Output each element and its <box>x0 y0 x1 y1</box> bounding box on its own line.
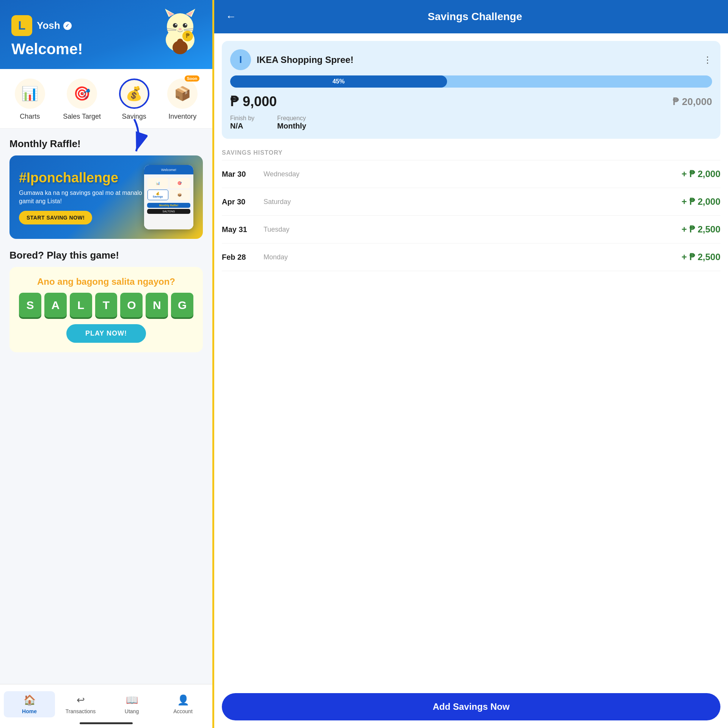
history-day-4: Monday <box>256 253 682 261</box>
savings-avatar: I <box>230 49 251 70</box>
raffle-section-title: Monthly Raffle! <box>9 138 203 150</box>
utang-label: Utang <box>125 708 139 714</box>
back-button[interactable]: ← <box>226 11 236 23</box>
progress-label: 45% <box>333 78 345 85</box>
history-amount-2: + ₱ 2,000 <box>682 196 720 207</box>
phone-mockup: Welcome! 📊 🎯 💰 Savings 📦 <box>144 165 193 229</box>
tile-g: G <box>171 293 193 317</box>
sales-target-icon-wrap: 🎯 <box>67 78 97 109</box>
app-logo: L <box>11 15 32 36</box>
game-section-title: Bored? Play this game! <box>9 249 203 261</box>
raffle-banner: #Iponchallenge Gumawa ka na ng savings g… <box>9 155 203 239</box>
finish-by-value: N/A <box>230 122 254 130</box>
bottom-nav-transactions[interactable]: ↩ Transactions <box>55 691 106 717</box>
history-section-title: SAVINGS HISTORY <box>222 146 720 160</box>
start-saving-button[interactable]: START SAVING NOW! <box>19 211 92 224</box>
raffle-desc: Gumawa ka na ng savings goal mo at manal… <box>19 189 144 206</box>
username-display: Yosh ✓ <box>37 20 72 31</box>
finish-by-label: Finish by <box>230 115 254 122</box>
verified-badge: ✓ <box>63 22 72 30</box>
history-amount-3: + ₱ 2,500 <box>682 224 720 235</box>
history-date-2: Apr 30 <box>222 198 256 206</box>
savings-history: SAVINGS HISTORY Mar 30 Wednesday + ₱ 2,0… <box>214 146 728 686</box>
history-amount-4: + ₱ 2,500 <box>682 252 720 262</box>
nav-sales-target[interactable]: 🎯 Sales Target <box>63 78 101 121</box>
savings-card: I IKEA Shopping Spree! ⋮ 45% ₱ 9,000 ₱ 2… <box>222 41 720 139</box>
svg-point-9 <box>185 24 187 25</box>
ipon-title: #Iponchallenge <box>19 170 144 186</box>
history-day-3: Tuesday <box>256 226 682 234</box>
history-row-1: Mar 30 Wednesday + ₱ 2,000 <box>222 160 720 188</box>
history-day-1: Wednesday <box>256 170 682 178</box>
tile-l: L <box>70 293 92 317</box>
inventory-label: Inventory <box>168 113 196 121</box>
soon-badge: Soon <box>185 75 200 82</box>
history-row-2: Apr 30 Saturday + ₱ 2,000 <box>222 188 720 216</box>
history-amount-1: + ₱ 2,000 <box>682 169 720 179</box>
savings-icon-wrap: 💰 <box>119 78 149 109</box>
svg-point-8 <box>175 24 177 25</box>
finish-by-item: Finish by N/A <box>230 115 254 130</box>
app-header: L Yosh ✓ Welcome! <box>0 0 212 69</box>
svg-point-10 <box>179 28 182 30</box>
game-question: Ano ang bagong salita ngayon? <box>19 276 193 287</box>
nav-savings[interactable]: 💰 Savings <box>119 78 149 121</box>
savings-card-header: I IKEA Shopping Spree! ⋮ <box>230 49 712 70</box>
play-now-button[interactable]: PLAY NOW! <box>66 324 146 343</box>
bottom-nav-utang[interactable]: 📖 Utang <box>106 691 157 717</box>
game-section: Ano ang bagong salita ngayon? S A L T O … <box>9 267 203 352</box>
bottom-nav-account[interactable]: 👤 Account <box>157 691 209 717</box>
svg-point-6 <box>173 23 177 28</box>
transactions-icon: ↩ <box>77 694 85 706</box>
tile-s: S <box>19 293 41 317</box>
home-label: Home <box>22 708 37 714</box>
history-day-2: Saturday <box>256 198 682 206</box>
svg-point-7 <box>183 23 187 28</box>
home-icon: 🏠 <box>24 694 36 706</box>
content-area: Monthly Raffle! #Iponchallenge Gumawa ka… <box>0 129 212 684</box>
svg-text:₱: ₱ <box>186 33 190 39</box>
sales-target-label: Sales Target <box>63 113 101 121</box>
phone-inner: Welcome! 📊 🎯 💰 Savings 📦 <box>144 165 193 229</box>
nav-charts[interactable]: 📊 Charts <box>15 78 45 121</box>
progress-fill: 45% <box>230 75 447 88</box>
tile-o: O <box>120 293 143 317</box>
frequency-item: Frequency Monthly <box>277 115 306 130</box>
bottom-nav-home[interactable]: 🏠 Home <box>4 691 55 717</box>
tile-t: T <box>95 293 118 317</box>
account-icon: 👤 <box>177 694 189 706</box>
cat-mascot: ₱ <box>155 6 205 55</box>
savings-icon: 💰 <box>126 86 143 102</box>
svg-point-16 <box>177 39 183 45</box>
add-savings-button[interactable]: Add Savings Now <box>222 693 720 720</box>
tile-a: A <box>44 293 67 317</box>
history-date-4: Feb 28 <box>222 253 256 262</box>
nav-inventory[interactable]: Soon 📦 Inventory <box>167 78 198 121</box>
progress-bar: 45% <box>230 75 712 88</box>
sales-target-icon: 🎯 <box>74 86 91 102</box>
target-amount: ₱ 20,000 <box>673 96 712 108</box>
frequency-label: Frequency <box>277 115 306 122</box>
left-panel: L Yosh ✓ Welcome! <box>0 0 212 728</box>
quick-nav: 📊 Charts 🎯 Sales Target 💰 Savings <box>0 69 212 129</box>
more-options-button[interactable]: ⋮ <box>703 55 712 65</box>
savings-card-title: IKEA Shopping Spree! <box>257 55 697 65</box>
history-row-4: Feb 28 Monday + ₱ 2,500 <box>222 243 720 271</box>
bottom-nav: 🏠 Home ↩ Transactions 📖 Utang 👤 Account <box>0 684 212 728</box>
inventory-icon: 📦 <box>174 86 191 102</box>
page-title: Savings Challenge <box>244 11 706 23</box>
tile-n: N <box>146 293 168 317</box>
history-row-3: May 31 Tuesday + ₱ 2,500 <box>222 216 720 243</box>
charts-label: Charts <box>20 113 40 121</box>
raffle-text: #Iponchallenge Gumawa ka na ng savings g… <box>19 170 144 225</box>
inventory-icon-wrap: Soon 📦 <box>167 78 198 109</box>
savings-amounts: ₱ 9,000 ₱ 20,000 <box>230 94 712 110</box>
transactions-label: Transactions <box>66 708 96 714</box>
history-date-1: Mar 30 <box>222 170 256 179</box>
frequency-value: Monthly <box>277 122 306 130</box>
right-header: ← Savings Challenge <box>214 0 728 33</box>
current-amount: ₱ 9,000 <box>230 94 277 110</box>
utang-icon: 📖 <box>126 694 138 706</box>
savings-meta: Finish by N/A Frequency Monthly <box>230 115 712 130</box>
word-tiles: S A L T O N G <box>19 293 193 317</box>
